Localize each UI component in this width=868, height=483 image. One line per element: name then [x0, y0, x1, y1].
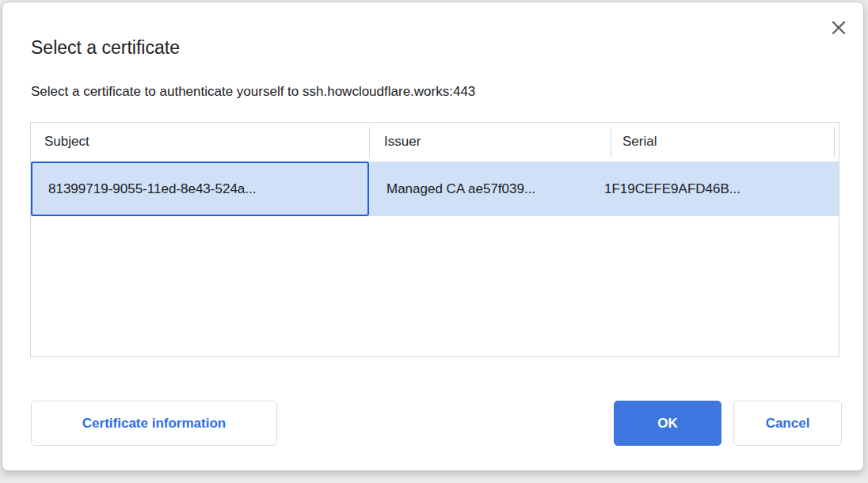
column-header-issuer: Issuer — [384, 123, 421, 161]
column-divider — [611, 127, 611, 158]
column-divider — [834, 127, 835, 158]
cell-subject[interactable]: 81399719-9055-11ed-8e43-524a... — [31, 162, 369, 216]
column-header-subject: Subject — [44, 123, 89, 161]
cell-serial[interactable]: 1F19CEFE9AFD46B... — [604, 162, 740, 216]
close-icon — [830, 19, 847, 36]
cell-issuer[interactable]: Managed CA ae57f039... — [386, 162, 535, 216]
close-button[interactable] — [827, 16, 851, 40]
certificate-table: Subject Issuer Serial 81399719-9055-11ed… — [30, 122, 839, 357]
dialog-title: Select a certificate — [31, 37, 180, 59]
cancel-button[interactable]: Cancel — [733, 401, 842, 446]
ok-button[interactable]: OK — [614, 401, 721, 446]
select-certificate-dialog: Select a certificate Select a certificat… — [2, 2, 864, 471]
column-divider — [369, 127, 370, 158]
certificate-information-button[interactable]: Certificate information — [31, 401, 277, 446]
screen-background: Select a certificate Select a certificat… — [0, 0, 868, 483]
table-row-selected[interactable]: 81399719-9055-11ed-8e43-524a... Managed … — [31, 162, 839, 216]
column-header-serial: Serial — [622, 123, 657, 161]
dialog-subtitle: Select a certificate to authenticate you… — [31, 84, 475, 100]
